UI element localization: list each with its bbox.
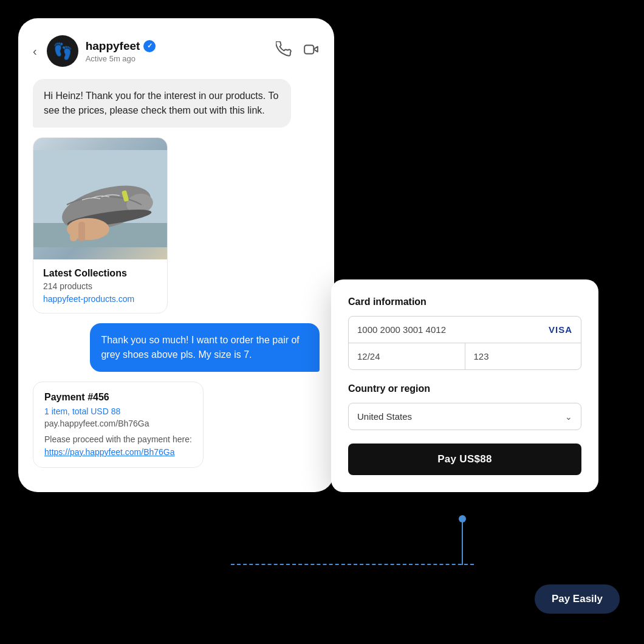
- message-text-1: Hi Heinz! Thank you for the interest in …: [44, 89, 280, 118]
- payment-subtitle: 1 item, total USD 88: [44, 406, 192, 416]
- country-select-wrapper: United States ⌄: [348, 403, 581, 430]
- header-actions: [276, 41, 320, 61]
- active-status: Active 5m ago: [86, 54, 269, 63]
- card-number-row: 1000 2000 3001 4012 VISA: [349, 317, 581, 343]
- svg-rect-11: [94, 224, 100, 239]
- phone-icon[interactable]: [276, 41, 292, 61]
- payment-link[interactable]: https://pay.happyfeet.com/Bh76Ga: [44, 447, 175, 457]
- card-input-group: 1000 2000 3001 4012 VISA 12/24 123: [348, 316, 581, 370]
- card-brand-label: VISA: [549, 324, 572, 335]
- svg-rect-8: [70, 223, 77, 241]
- product-link[interactable]: happyfeet-products.com: [43, 294, 134, 304]
- product-title: Latest Collections: [43, 268, 157, 279]
- shoe-image-svg: [33, 150, 167, 247]
- country-value: United States: [357, 411, 412, 422]
- product-card[interactable]: Latest Collections 214 products happyfee…: [33, 137, 168, 313]
- svg-rect-9: [78, 222, 85, 241]
- connector-vertical-line: [462, 521, 463, 565]
- connector-dashed-line: [231, 564, 474, 565]
- message-text-outgoing: Thank you so much! I want to order the p…: [101, 333, 309, 362]
- pay-easily-badge[interactable]: Pay Easily: [535, 584, 620, 614]
- country-label: Country or region: [348, 383, 581, 394]
- payment-instruction: Please proceed with the payment here:: [44, 434, 192, 444]
- country-select[interactable]: United States ⌄: [348, 403, 581, 430]
- payment-title: Payment #456: [44, 392, 192, 403]
- payment-card-message: Payment #456 1 item, total USD 88 pay.ha…: [33, 382, 204, 468]
- phone-card: ‹ 👣 happyfeet ✓ Active 5m ago: [18, 18, 334, 492]
- card-expiry-display[interactable]: 12/24: [349, 343, 465, 369]
- payment-form-card: Card information 1000 2000 3001 4012 VIS…: [331, 279, 598, 492]
- chat-header: ‹ 👣 happyfeet ✓ Active 5m ago: [18, 18, 334, 79]
- header-info: happyfeet ✓ Active 5m ago: [86, 39, 269, 63]
- product-image: [33, 138, 167, 259]
- payment-url: pay.happyfeet.com/Bh76Ga: [44, 419, 192, 428]
- back-button[interactable]: ‹: [33, 44, 37, 58]
- brand-name: happyfeet: [86, 39, 140, 53]
- verified-badge: ✓: [143, 40, 156, 52]
- message-outgoing-1: Thank you so much! I want to order the p…: [90, 323, 320, 372]
- main-container: ‹ 👣 happyfeet ✓ Active 5m ago: [0, 0, 644, 644]
- avatar: 👣: [47, 35, 78, 67]
- product-count: 214 products: [43, 281, 157, 291]
- svg-rect-0: [304, 46, 313, 54]
- messages-area: Hi Heinz! Thank you for the interest in …: [18, 79, 334, 468]
- product-info: Latest Collections 214 products happyfee…: [33, 259, 167, 313]
- message-incoming-1: Hi Heinz! Thank you for the interest in …: [33, 79, 291, 128]
- check-icon: ✓: [147, 42, 152, 50]
- pay-easily-label: Pay Easily: [552, 593, 603, 605]
- chevron-down-icon: ⌄: [565, 412, 572, 422]
- connector-dot: [459, 515, 466, 522]
- card-info-label: Card information: [348, 296, 581, 307]
- card-expiry-row: 12/24 123: [349, 343, 581, 369]
- header-name-row: happyfeet ✓: [86, 39, 269, 53]
- svg-rect-10: [86, 223, 93, 240]
- avatar-icon: 👣: [53, 42, 72, 61]
- card-cvc-display[interactable]: 123: [465, 343, 581, 369]
- card-number-display[interactable]: 1000 2000 3001 4012: [357, 324, 549, 335]
- video-icon[interactable]: [303, 41, 320, 61]
- pay-button[interactable]: Pay US$88: [348, 444, 581, 475]
